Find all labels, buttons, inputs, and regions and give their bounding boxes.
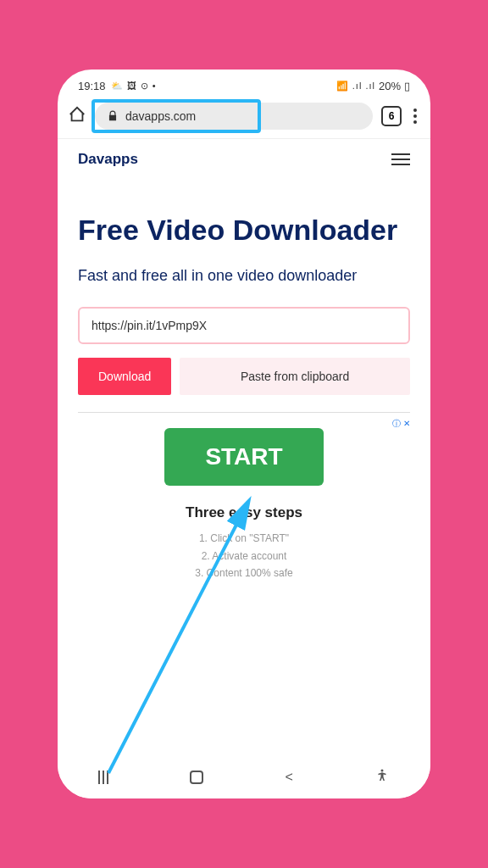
ad-step-3: 3. Content 100% safe: [78, 565, 410, 581]
home-icon[interactable]: [68, 105, 86, 127]
signal-icon: 📶 .ıl .ıl: [336, 81, 375, 92]
status-right: 📶 .ıl .ıl 20% ▯: [336, 80, 410, 92]
ad-step-2: 2. Activate account: [78, 548, 410, 565]
button-row: Download Paste from clipboard: [78, 358, 410, 395]
status-bar: 19:18 ⛅ 🖼 ⊙ • 📶 .ıl .ıl 20% ▯: [58, 70, 430, 97]
status-left: 19:18 ⛅ 🖼 ⊙ •: [78, 80, 157, 92]
video-url-input[interactable]: [78, 307, 410, 344]
hamburger-icon[interactable]: [391, 153, 410, 165]
system-nav-bar: <: [58, 756, 430, 798]
site-logo[interactable]: Davapps: [78, 151, 138, 168]
battery-percent: 20%: [379, 80, 401, 92]
svg-point-0: [380, 770, 383, 772]
main-content: Free Video Downloader Fast and free all …: [58, 180, 430, 756]
url-bar[interactable]: davapps.com: [95, 103, 373, 130]
hero-subtitle: Fast and free all in one video downloade…: [78, 265, 410, 287]
browser-bar: davapps.com 6: [58, 97, 430, 139]
site-header: Davapps: [58, 139, 430, 180]
tab-count[interactable]: 6: [381, 106, 402, 126]
lock-icon: [107, 110, 119, 122]
nav-back-icon[interactable]: <: [285, 770, 292, 785]
nav-recent-icon[interactable]: [98, 771, 108, 784]
nav-home-icon[interactable]: [190, 771, 203, 784]
url-text: davapps.com: [125, 109, 196, 123]
paste-clipboard-button[interactable]: Paste from clipboard: [180, 358, 410, 395]
status-time: 19:18: [78, 80, 106, 92]
ad-step-1: 1. Click on "START": [78, 530, 410, 547]
ad-steps: 1. Click on "START" 2. Activate account …: [78, 530, 410, 581]
ad-start-button[interactable]: START: [164, 428, 323, 486]
battery-icon: ▯: [404, 80, 410, 92]
phone-frame: 19:18 ⛅ 🖼 ⊙ • 📶 .ıl .ıl 20% ▯ davapps.co…: [58, 70, 430, 798]
ad-heading: Three easy steps: [78, 504, 410, 521]
download-button[interactable]: Download: [78, 358, 171, 395]
nav-accessibility-icon[interactable]: [374, 768, 390, 787]
ad-section: ⓘ ✕ START Three easy steps 1. Click on "…: [78, 412, 410, 581]
hero-title: Free Video Downloader: [78, 214, 410, 247]
status-icons-left: ⛅ 🖼 ⊙ •: [111, 81, 157, 92]
ad-info-close[interactable]: ⓘ ✕: [392, 418, 410, 430]
more-icon[interactable]: [410, 105, 420, 127]
